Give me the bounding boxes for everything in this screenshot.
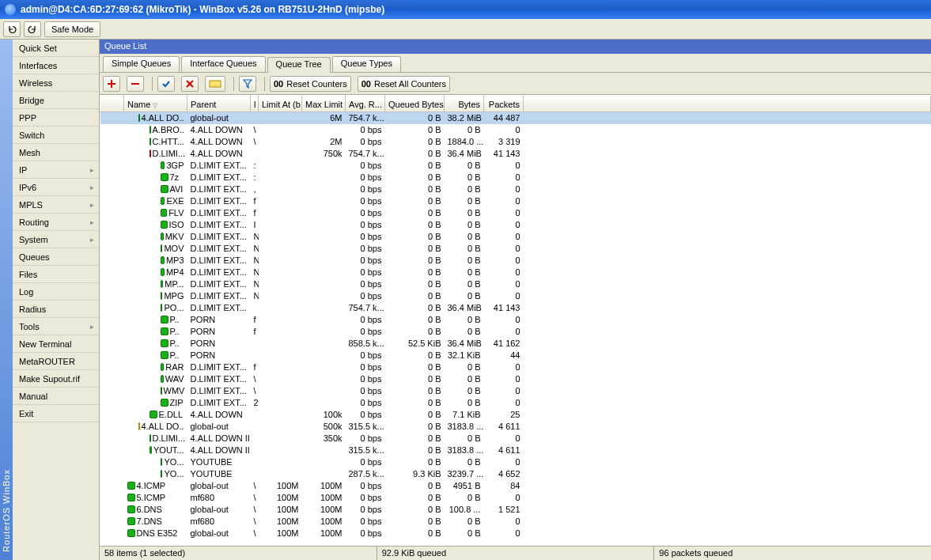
table-row[interactable]: MKVD.LIMIT EXT...N0 bps0 B0 B0 <box>100 231 931 243</box>
col-header[interactable]: l <box>251 96 259 112</box>
table-row[interactable]: AVID.LIMIT EXT...,0 bps0 B0 B0 <box>100 184 931 195</box>
sidebar-item-manual[interactable]: Manual <box>13 388 99 405</box>
col-header[interactable]: Queued Bytes <box>385 96 445 112</box>
sidebar-item-interfaces[interactable]: Interfaces <box>13 57 99 74</box>
table-row[interactable]: P..PORN0 bps0 B32.1 KiB44 <box>100 350 931 361</box>
queue-name: 6.DNS <box>137 505 162 514</box>
col-header[interactable]: Parent <box>187 96 251 112</box>
svg-rect-0 <box>210 81 221 87</box>
disable-button[interactable] <box>181 76 199 92</box>
table-row[interactable]: 4.ICMPglobal-out\100M100M0 bps0 B4951 B8… <box>100 480 931 492</box>
table-row[interactable]: EXED.LIMIT EXT...f0 bps0 B0 B0 <box>100 195 931 207</box>
comment-button[interactable] <box>205 76 225 92</box>
table-row[interactable]: ZIPD.LIMIT EXT...20 bps0 B0 B0 <box>100 397 931 409</box>
col-header[interactable] <box>100 96 124 112</box>
table-row[interactable]: 5.ICMPmf680\100M100M0 bps0 B0 B0 <box>100 492 931 504</box>
sidebar-item-wireless[interactable]: Wireless <box>13 74 99 92</box>
queue-name: EXE <box>166 196 184 206</box>
table-row[interactable]: WAVD.LIMIT EXT...\0 bps0 B0 B0 <box>100 373 931 385</box>
sidebar-item-log[interactable]: Log <box>13 283 99 301</box>
table-row[interactable]: MOVD.LIMIT EXT...N0 bps0 B0 B0 <box>100 243 931 255</box>
sidebar-item-quick-set[interactable]: Quick Set <box>13 40 99 57</box>
queue-name: FLV <box>168 208 184 218</box>
table-row[interactable]: MP4D.LIMIT EXT...N0 bps0 B0 B0 <box>100 267 931 278</box>
add-button[interactable] <box>103 76 120 92</box>
safe-mode-button[interactable]: Safe Mode <box>44 21 100 37</box>
table-row[interactable]: RARD.LIMIT EXT...f0 bps0 B0 B0 <box>100 361 931 373</box>
remove-button[interactable] <box>127 76 144 92</box>
table-row[interactable]: 4.ALL DO...global-out500k315.5 k...0 B31… <box>100 421 931 433</box>
queue-icon <box>149 149 151 157</box>
col-header[interactable]: Max Limit ... <box>302 96 346 112</box>
undo-button[interactable] <box>3 21 21 37</box>
queue-icon <box>161 304 163 312</box>
table-row[interactable]: YO...YOUTUBE0 bps0 B0 B0 <box>100 456 931 468</box>
table-header-row[interactable]: Name ▽ParentlLimit At (b...Max Limit ...… <box>100 96 931 112</box>
table-row[interactable]: YO...YOUTUBE287.5 k...9.3 KiB3239.7 ...4… <box>100 468 931 480</box>
table-row[interactable]: 7zD.LIMIT EXT...:0 bps0 B0 B0 <box>100 172 931 184</box>
table-row[interactable]: P..PORNf0 bps0 B0 B0 <box>100 314 931 326</box>
table-row[interactable]: A.BRO...4.ALL DOWN\0 bps0 B0 B0 <box>100 124 931 136</box>
table-row[interactable]: P..PORN858.5 k...52.5 KiB36.4 MiB41 162 <box>100 338 931 350</box>
queue-table: Name ▽ParentlLimit At (b...Max Limit ...… <box>100 96 931 539</box>
queue-icon <box>161 173 168 181</box>
table-row[interactable]: PO...D.LIMIT EXT...754.7 k...0 B36.4 MiB… <box>100 302 931 314</box>
table-row[interactable]: 4.ALL DO...global-out6M754.7 k...0 B38.2… <box>100 112 931 124</box>
queue-name: 7z <box>170 172 180 182</box>
col-header[interactable]: Limit At (b... <box>259 96 302 112</box>
col-header[interactable]: Name ▽ <box>124 96 187 112</box>
table-row[interactable]: D.LIMI...4.ALL DOWN II350k0 bps0 B0 B0 <box>100 433 931 445</box>
table-row[interactable]: C.HTT...4.ALL DOWN\2M0 bps0 B1884.0 ...3… <box>100 136 931 148</box>
sidebar-item-new-terminal[interactable]: New Terminal <box>13 335 99 353</box>
queue-icon <box>161 387 162 395</box>
sidebar-item-ppp[interactable]: PPP <box>13 109 99 127</box>
sidebar-item-ipv6[interactable]: IPv6 <box>13 179 99 196</box>
table-row[interactable]: ISOD.LIMIT EXT...I0 bps0 B0 B0 <box>100 219 931 231</box>
table-row[interactable]: 6.DNSglobal-out\100M100M0 bps0 B100.8 ..… <box>100 504 931 516</box>
redo-button[interactable] <box>24 21 41 37</box>
queue-name: 5.ICMP <box>137 493 166 502</box>
col-header[interactable]: Bytes <box>445 96 484 112</box>
sidebar-item-radius[interactable]: Radius <box>13 301 99 318</box>
sidebar-item-exit[interactable]: Exit <box>13 405 99 422</box>
tab-interface-queues[interactable]: Interface Queues <box>181 56 265 72</box>
queue-name: MP3 <box>166 255 184 265</box>
table-row[interactable]: FLVD.LIMIT EXT...f0 bps0 B0 B0 <box>100 207 931 219</box>
col-header[interactable]: Packets <box>484 96 524 112</box>
reset-all-counters-button[interactable]: 00Reset All Counters <box>358 76 450 92</box>
reset-counters-button[interactable]: 00Reset Counters <box>270 76 351 92</box>
queue-name: DNS E352 <box>137 528 178 538</box>
sidebar-item-make-supout-rif[interactable]: Make Supout.rif <box>13 370 99 388</box>
enable-button[interactable] <box>157 76 175 92</box>
table-row[interactable]: DNS E352global-out\100M100M0 bps0 B0 B0 <box>100 528 931 539</box>
queue-icon <box>161 268 165 276</box>
tab-queue-types[interactable]: Queue Types <box>332 56 401 72</box>
sidebar-item-routing[interactable]: Routing <box>13 214 99 231</box>
sidebar-item-ip[interactable]: IP <box>13 161 99 179</box>
sidebar-item-mpls[interactable]: MPLS <box>13 196 99 214</box>
sidebar-item-mesh[interactable]: Mesh <box>13 144 99 161</box>
sidebar-item-tools[interactable]: Tools <box>13 318 99 335</box>
col-header[interactable]: Avg. R... <box>346 96 385 112</box>
tab-simple-queues[interactable]: Simple Queues <box>103 56 180 72</box>
sidebar-item-bridge[interactable]: Bridge <box>13 92 99 109</box>
sidebar-item-files[interactable]: Files <box>13 266 99 283</box>
table-row[interactable]: MP3D.LIMIT EXT...N0 bps0 B0 B0 <box>100 255 931 267</box>
queue-icon <box>161 161 165 169</box>
table-row[interactable]: E.DLL4.ALL DOWN100k0 bps0 B7.1 KiB25 <box>100 409 931 421</box>
table-row[interactable]: YOUT...4.ALL DOWN II315.5 k...0 B3183.8 … <box>100 445 931 456</box>
tab-queue-tree[interactable]: Queue Tree <box>267 57 331 73</box>
sidebar-item-queues[interactable]: Queues <box>13 248 99 266</box>
table-row[interactable]: 3GPD.LIMIT EXT...:0 bps0 B0 B0 <box>100 160 931 172</box>
sidebar-item-switch[interactable]: Switch <box>13 127 99 144</box>
queue-name: ZIP <box>170 398 184 407</box>
table-row[interactable]: P..PORNf0 bps0 B0 B0 <box>100 326 931 338</box>
table-row[interactable]: MP...D.LIMIT EXT...N0 bps0 B0 B0 <box>100 278 931 290</box>
filter-button[interactable] <box>239 76 256 92</box>
sidebar-item-metarouter[interactable]: MetaROUTER <box>13 353 99 370</box>
sidebar-item-system[interactable]: System <box>13 231 99 248</box>
table-row[interactable]: D.LIMI...4.ALL DOWN750k754.7 k...0 B36.4… <box>100 148 931 160</box>
table-row[interactable]: MPGD.LIMIT EXT...N0 bps0 B0 B0 <box>100 290 931 302</box>
table-row[interactable]: 7.DNSmf680\100M100M0 bps0 B0 B0 <box>100 516 931 528</box>
table-row[interactable]: WMVD.LIMIT EXT...\0 bps0 B0 B0 <box>100 385 931 397</box>
